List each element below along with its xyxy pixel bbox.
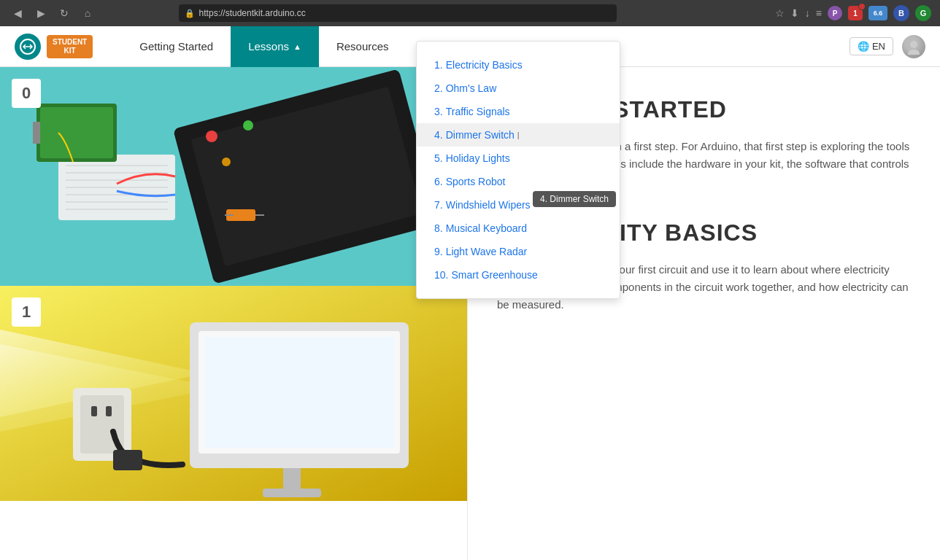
- svg-rect-15: [40, 107, 113, 158]
- lesson-item-5[interactable]: 5.Holiday Lights: [417, 147, 620, 170]
- cursor-indicator: |: [517, 131, 520, 139]
- electricity-illustration: [0, 286, 467, 501]
- user-avatar[interactable]: [902, 35, 925, 58]
- home-button[interactable]: ⌂: [79, 4, 96, 22]
- browser-chrome: ◀ ▶ ↻ ⌂ 🔒 https://studentkit.arduino.cc …: [0, 0, 940, 26]
- lesson-item-9[interactable]: 9.Light Wave Radar: [417, 240, 620, 263]
- download-icon[interactable]: ↓: [805, 7, 810, 19]
- notifications-icon[interactable]: 1: [848, 6, 863, 20]
- svg-point-1: [910, 41, 917, 48]
- pocket-icon[interactable]: ⬇: [790, 7, 799, 19]
- arduino-logo: [15, 34, 41, 60]
- svg-point-18: [243, 120, 253, 131]
- lessons-dropdown: 1.Electricity Basics 2.Ohm's Law 3.Traff…: [416, 41, 620, 299]
- svg-rect-29: [106, 406, 112, 416]
- nav-lessons[interactable]: Lessons ▲: [231, 26, 319, 67]
- forward-button[interactable]: ▶: [32, 4, 50, 22]
- card-getting-started[interactable]: 0: [0, 67, 467, 286]
- card-bg-getting-started: [0, 67, 467, 286]
- svg-point-17: [206, 131, 217, 142]
- b-icon[interactable]: B: [893, 5, 909, 21]
- lesson-item-8[interactable]: 8.Musical Keyboard: [417, 217, 620, 240]
- svg-rect-35: [204, 337, 394, 448]
- card-bg-electricity: [0, 286, 467, 501]
- lesson-item-2[interactable]: 2.Ohm's Law: [417, 77, 620, 100]
- address-bar[interactable]: 🔒 https://studentkit.arduino.cc: [179, 4, 617, 22]
- bookmark-icon[interactable]: ☆: [775, 7, 785, 19]
- card-number-0: 0: [12, 79, 41, 108]
- version-badge[interactable]: 6.6: [868, 6, 887, 20]
- lesson-item-4[interactable]: 4.Dimmer Switch |: [417, 123, 620, 147]
- profile-p-icon[interactable]: P: [828, 6, 842, 20]
- left-panel: 0: [0, 67, 467, 560]
- card-electricity-basics[interactable]: 1: [0, 286, 467, 501]
- svg-rect-34: [263, 489, 321, 497]
- card-number-1: 1: [12, 298, 41, 327]
- svg-point-2: [908, 50, 920, 55]
- language-button[interactable]: 🌐 EN: [850, 37, 893, 55]
- back-button[interactable]: ◀: [9, 4, 26, 22]
- dimmer-switch-tooltip: 4. Dimmer Switch: [533, 191, 616, 207]
- library-icon[interactable]: ≡: [816, 7, 822, 19]
- svg-point-19: [222, 158, 231, 166]
- dropdown-arrow-icon: ▲: [293, 42, 301, 51]
- lesson-item-10[interactable]: 10.Smart Greenhouse: [417, 263, 620, 287]
- nav-getting-started[interactable]: Getting Started: [122, 26, 231, 67]
- electronics-illustration: [0, 67, 467, 286]
- browser-right-icons: ☆ ⬇ ↓ ≡ P 1 6.6 B G: [775, 5, 931, 21]
- nav-right: 🌐 EN: [850, 35, 925, 58]
- lesson-item-1[interactable]: 1.Electricity Basics: [417, 53, 620, 77]
- globe-icon: 🌐: [858, 41, 869, 52]
- nav-items: Getting Started Lessons ▲ Resources: [122, 26, 406, 67]
- svg-rect-28: [91, 406, 97, 416]
- logo-container: STUDENT KIT: [15, 34, 93, 60]
- nav-resources[interactable]: Resources: [319, 26, 407, 67]
- refresh-button[interactable]: ↻: [55, 4, 73, 22]
- lesson-item-6[interactable]: 6.Sports Robot: [417, 170, 620, 193]
- student-kit-badge: STUDENT KIT: [47, 35, 93, 58]
- svg-rect-30: [113, 450, 142, 470]
- g-icon[interactable]: G: [915, 5, 931, 21]
- svg-rect-33: [283, 468, 301, 490]
- lesson-item-3[interactable]: 3.Traffic Signals: [417, 100, 620, 123]
- svg-rect-16: [33, 122, 40, 144]
